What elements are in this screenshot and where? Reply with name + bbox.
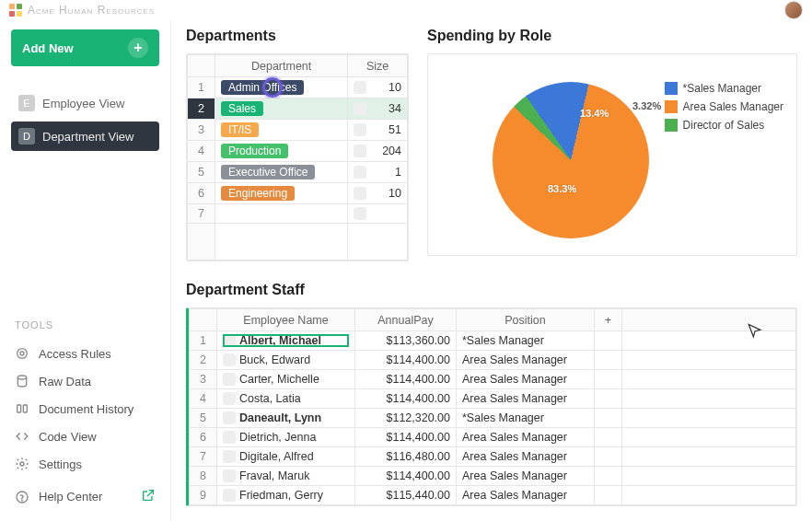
dept-name-cell[interactable]: Engineering: [215, 183, 348, 204]
dept-name-cell[interactable]: Production: [215, 141, 348, 162]
table-row[interactable]: 2Sales34: [188, 98, 408, 120]
staff-position-cell[interactable]: Area Sales Manager: [457, 447, 595, 467]
staff-table[interactable]: Employee NameAnnualPayPosition+1Albert, …: [186, 307, 797, 506]
table-row[interactable]: 3IT/IS51: [188, 120, 408, 141]
row-number[interactable]: 4: [188, 141, 215, 162]
staff-pay-cell[interactable]: $114,400.00: [355, 370, 457, 389]
staff-position-cell[interactable]: *Sales Manager: [457, 409, 595, 428]
spending-chart[interactable]: 13.4%3.32%83.3% *Sales ManagerArea Sales…: [427, 53, 797, 256]
row-number[interactable]: 5: [190, 409, 217, 428]
avatar[interactable]: [784, 1, 803, 19]
help-center-link[interactable]: Help Center: [11, 481, 159, 512]
dept-size-cell[interactable]: 1: [348, 162, 408, 183]
dept-size-cell[interactable]: 34: [348, 98, 408, 120]
staff-position-cell[interactable]: Area Sales Manager: [457, 351, 595, 370]
tool-document-history[interactable]: Document History: [11, 395, 159, 423]
dept-name-cell[interactable]: IT/IS: [215, 120, 348, 141]
row-number[interactable]: 9: [190, 486, 217, 505]
row-number[interactable]: 2: [188, 98, 215, 120]
row-number[interactable]: 5: [188, 162, 215, 183]
table-row[interactable]: 2Buck, Edward$114,400.00Area Sales Manag…: [190, 351, 796, 370]
tool-settings[interactable]: Settings: [11, 450, 159, 478]
staff-position-cell[interactable]: Area Sales Manager: [457, 486, 595, 505]
staff-name-cell[interactable]: Fraval, Maruk: [217, 467, 355, 486]
table-row[interactable]: 6Engineering10: [188, 183, 408, 204]
view-employee-view[interactable]: EEmployee View: [11, 88, 159, 118]
table-row[interactable]: 9Friedman, Gerry$115,440.00Area Sales Ma…: [190, 486, 796, 505]
staff-name-cell[interactable]: Digitale, Alfred: [217, 447, 355, 467]
table-row[interactable]: 4Production204: [188, 141, 408, 162]
staff-name-cell[interactable]: Friedman, Gerry: [217, 486, 355, 505]
table-row[interactable]: 7Digitale, Alfred$116,480.00Area Sales M…: [190, 447, 796, 467]
row-link-icon: [354, 123, 366, 136]
row-number[interactable]: 6: [188, 183, 215, 204]
staff-name-cell[interactable]: Buck, Edward: [217, 351, 355, 370]
add-column-button[interactable]: +: [595, 309, 622, 331]
staff-pay-cell[interactable]: $116,480.00: [355, 447, 457, 467]
table-row[interactable]: 6Dietrich, Jenna$114,400.00Area Sales Ma…: [190, 428, 796, 447]
dept-header[interactable]: Department: [215, 55, 348, 77]
staff-position-cell[interactable]: Area Sales Manager: [457, 428, 595, 447]
table-row[interactable]: 3Carter, Michelle$114,400.00Area Sales M…: [190, 370, 796, 389]
table-row[interactable]: 1Albert, Michael$113,360.00*Sales Manage…: [190, 331, 796, 351]
staff-name-cell[interactable]: Albert, Michael: [217, 331, 355, 351]
staff-pay-cell[interactable]: $114,400.00: [355, 428, 457, 447]
staff-position-cell[interactable]: Area Sales Manager: [457, 370, 595, 389]
add-new-button[interactable]: Add New +: [11, 29, 159, 66]
table-row[interactable]: 7: [188, 204, 408, 224]
row-number[interactable]: [188, 224, 215, 260]
row-number[interactable]: 8: [190, 467, 217, 486]
table-row[interactable]: 4Costa, Latia$114,400.00Area Sales Manag…: [190, 389, 796, 409]
help-center-label: Help Center: [39, 490, 102, 504]
table-row[interactable]: 8Fraval, Maruk$114,400.00Area Sales Mana…: [190, 467, 796, 486]
staff-pay-cell[interactable]: $115,440.00: [355, 486, 457, 505]
staff-header[interactable]: AnnualPay: [355, 309, 457, 331]
staff-position-cell[interactable]: Area Sales Manager: [457, 467, 595, 486]
tool-raw-data[interactable]: Raw Data: [11, 367, 159, 395]
staff-pay-cell[interactable]: $114,400.00: [355, 351, 457, 370]
staff-position-cell[interactable]: Area Sales Manager: [457, 389, 595, 409]
row-number[interactable]: 1: [190, 331, 217, 351]
staff-pay-cell[interactable]: $112,320.00: [355, 409, 457, 428]
staff-header[interactable]: Position: [457, 309, 595, 331]
tool-access-rules[interactable]: Access Rules: [11, 340, 159, 367]
svg-point-2: [17, 376, 26, 379]
row-number[interactable]: 3: [188, 120, 215, 141]
view-department-view[interactable]: DDepartment View: [11, 122, 159, 151]
staff-position-cell[interactable]: *Sales Manager: [457, 331, 595, 351]
dept-header[interactable]: Size: [348, 55, 408, 77]
table-row[interactable]: 5Executive Office1: [188, 162, 408, 183]
legend-item[interactable]: *Sales Manager: [665, 82, 783, 95]
row-number[interactable]: 3: [190, 370, 217, 389]
svg-point-5: [20, 462, 24, 466]
tool-code-view[interactable]: Code View: [11, 423, 159, 450]
staff-name-cell[interactable]: Dietrich, Jenna: [217, 428, 355, 447]
row-number[interactable]: 7: [190, 447, 217, 467]
table-row[interactable]: 1Admin Offices10: [188, 77, 408, 98]
staff-pay-cell[interactable]: $113,360.00: [355, 331, 457, 351]
legend-item[interactable]: Area Sales Manager: [665, 100, 783, 113]
row-number[interactable]: 7: [188, 204, 215, 224]
staff-name-cell[interactable]: Carter, Michelle: [217, 370, 355, 389]
dept-name-cell[interactable]: Sales: [215, 98, 348, 120]
staff-pay-cell[interactable]: $114,400.00: [355, 389, 457, 409]
row-number[interactable]: 2: [190, 351, 217, 370]
tool-label: Access Rules: [39, 347, 111, 361]
row-number[interactable]: 1: [188, 77, 215, 98]
legend-item[interactable]: Director of Sales: [665, 119, 783, 132]
row-number[interactable]: 4: [190, 389, 217, 409]
dept-size-cell[interactable]: 204: [348, 141, 408, 162]
dept-size-cell[interactable]: 10: [348, 183, 408, 204]
staff-name-cell[interactable]: Costa, Latia: [217, 389, 355, 409]
table-row[interactable]: 5Daneault, Lynn$112,320.00*Sales Manager: [190, 409, 796, 428]
staff-pay-cell[interactable]: $114,400.00: [355, 467, 457, 486]
dept-size-cell[interactable]: 10: [348, 77, 408, 98]
staff-header[interactable]: Employee Name: [217, 309, 355, 331]
departments-table[interactable]: DepartmentSize1Admin Offices102Sales343I…: [186, 53, 409, 261]
dept-name-cell[interactable]: Admin Offices: [215, 77, 348, 98]
staff-name-cell[interactable]: Daneault, Lynn: [217, 409, 355, 428]
dept-name-cell[interactable]: Executive Office: [215, 162, 348, 183]
row-number[interactable]: 6: [190, 428, 217, 447]
dept-size-cell[interactable]: 51: [348, 120, 408, 141]
table-row[interactable]: [188, 224, 408, 260]
